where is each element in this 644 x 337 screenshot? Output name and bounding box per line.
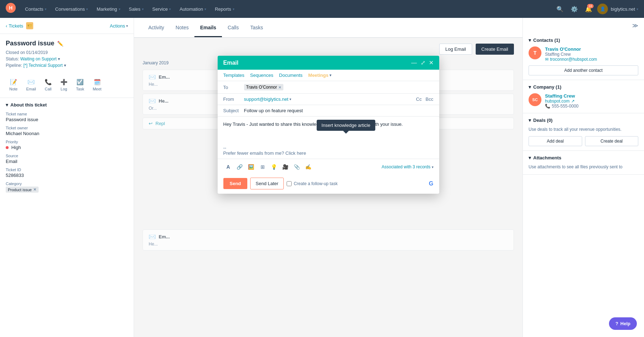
modal-minimize-icon[interactable]: — <box>411 60 417 66</box>
meetings-button[interactable]: Meetings ▾ <box>308 73 331 78</box>
field-value-category: Product issue ✕ <box>6 187 128 193</box>
tab-activity[interactable]: Activity <box>143 19 170 37</box>
notification-badge: 16 <box>587 4 594 8</box>
unsubscribe-link[interactable]: here <box>297 150 306 156</box>
image-icon[interactable]: 🖼️ <box>246 162 256 172</box>
nav-reports[interactable]: Reports ▾ <box>211 4 238 14</box>
add-deal-button[interactable]: Add deal <box>529 136 582 146</box>
contact-card: T Travis O'Connor Staffing Crew ✉ trocon… <box>529 46 638 62</box>
documents-link[interactable]: Documents <box>279 73 303 78</box>
from-email-selector[interactable]: support@biglytics.net ▾ <box>244 96 291 102</box>
meet-action[interactable]: 🗓️ Meet <box>89 76 105 93</box>
user-avatar[interactable]: 👤 <box>597 4 608 14</box>
followup-checkbox[interactable] <box>287 181 292 186</box>
contact-name[interactable]: Travis O'Connor <box>545 46 638 52</box>
top-navigation: H Contacts ▾ Conversations ▾ Marketing ▾… <box>0 0 644 18</box>
email-icon: ✉️ <box>28 79 35 85</box>
email-envelope-icon: ✉️ <box>149 74 156 80</box>
tab-calls[interactable]: Calls <box>222 19 244 37</box>
table-icon[interactable]: ⊞ <box>258 162 268 172</box>
company-section: ▾ Company (1) SC Staffing Crew hubspot.c… <box>523 80 644 113</box>
nav-automation[interactable]: Automation ▾ <box>176 4 210 14</box>
create-deal-button[interactable]: Create deal <box>585 136 639 146</box>
company-url[interactable]: hubspot.com ↗ <box>545 99 638 104</box>
company-name[interactable]: Staffing Crew <box>545 93 638 99</box>
nav-right-area: 🔍 ⚙️ 🔔 16 👤 biglytics.net ▾ <box>554 3 638 15</box>
associated-records-btn[interactable]: Associated with 3 records ▾ <box>382 164 434 169</box>
nav-conversations[interactable]: Conversations ▾ <box>51 4 91 14</box>
modal-bottom: A 🔗 🖼️ ⊞ 💡 🎥 📎 ✍️ Associated with 3 reco… <box>218 159 439 194</box>
contacts-section-title[interactable]: ▾ Contacts (1) <box>529 38 638 43</box>
templates-link[interactable]: Templates <box>223 73 244 78</box>
search-icon[interactable]: 🔍 <box>554 3 566 15</box>
link-icon[interactable]: 🔗 <box>235 162 245 172</box>
signature-icon[interactable]: ✍️ <box>303 162 313 172</box>
add-another-contact-button[interactable]: Add another contact <box>529 65 638 75</box>
ticket-status[interactable]: Waiting on Support <box>20 56 57 61</box>
note-action[interactable]: 📝 Note <box>6 76 21 93</box>
video-icon[interactable]: 🎥 <box>281 162 291 172</box>
to-recipient-chip[interactable]: Travis O'Connor ✕ <box>244 84 284 90</box>
remove-recipient-icon[interactable]: ✕ <box>278 85 281 89</box>
signature-dash: -- <box>223 145 434 150</box>
log-email-button[interactable]: Log Email <box>439 44 472 55</box>
log-icon: ➕ <box>60 79 68 85</box>
closed-date: Closed on 01/14/2019 <box>6 50 128 55</box>
from-field-row: From support@biglytics.net ▾ Cc Bcc <box>218 94 439 105</box>
tab-tasks[interactable]: Tasks <box>244 19 269 37</box>
ticket-pipeline-row: Pipeline: [*] Technical Support ▾ <box>6 63 128 68</box>
ticket-title: Password issue ✏️ <box>6 40 128 47</box>
signature-text: Prefer fewer emails from me? Click here <box>223 150 434 156</box>
to-field-row: To Travis O'Connor ✕ <box>218 81 439 94</box>
modal-close-icon[interactable]: ✕ <box>429 59 434 66</box>
notifications-icon[interactable]: 🔔 16 <box>583 3 594 15</box>
company-info: Staffing Crew hubspot.com ↗ 📞 555-555-00… <box>545 93 638 109</box>
send-button[interactable]: Send <box>223 178 248 189</box>
back-to-tickets[interactable]: ‹ Tickets <box>6 23 23 29</box>
reply-icon: ↩ <box>149 121 153 126</box>
log-action[interactable]: ➕ Log <box>57 76 71 93</box>
field-label-ticket-owner: Ticket owner <box>6 126 128 130</box>
settings-icon[interactable]: ⚙️ <box>569 3 580 15</box>
cc-bcc-toggle[interactable]: Cc Bcc <box>416 96 433 102</box>
attachment-icon[interactable]: 📎 <box>292 162 302 172</box>
create-email-button[interactable]: Create Email <box>476 44 514 55</box>
followup-label: Create a follow-up task <box>294 181 338 186</box>
quick-action-icons: 📝 Note ✉️ Email 📞 Call ➕ Log ☑️ Task 🗓️ <box>0 72 134 98</box>
edit-title-icon[interactable]: ✏️ <box>57 41 63 46</box>
right-sidebar-collapse[interactable]: ≫ <box>523 18 644 33</box>
actions-button[interactable]: Actions ▾ <box>110 23 128 29</box>
about-section-toggle[interactable]: ▾ About this ticket <box>6 102 128 108</box>
nav-marketing[interactable]: Marketing ▾ <box>93 4 124 14</box>
email-action[interactable]: ✉️ Email <box>23 76 40 93</box>
sequences-link[interactable]: Sequences <box>250 73 273 78</box>
attachments-section-title[interactable]: ▾ Attachments <box>529 155 638 160</box>
email-item-partial[interactable]: ✉️ Em... He... <box>143 229 514 251</box>
deals-section-title[interactable]: ▾ Deals (0) <box>529 118 638 123</box>
account-name[interactable]: biglytics.net ▾ <box>611 6 638 12</box>
followup-checkbox-row: Create a follow-up task <box>287 181 338 186</box>
tab-notes[interactable]: Notes <box>170 19 194 37</box>
company-section-title[interactable]: ▾ Company (1) <box>529 84 638 90</box>
task-action[interactable]: ☑️ Task <box>73 76 88 93</box>
nav-sales[interactable]: Sales ▾ <box>125 4 148 14</box>
meet-icon: 🗓️ <box>94 79 101 85</box>
email-signature: -- Prefer fewer emails from me? Click he… <box>218 145 439 159</box>
help-button[interactable]: ? Help <box>609 317 637 330</box>
modal-expand-icon[interactable]: ⤢ <box>421 59 425 66</box>
contacts-section: ▾ Contacts (1) T Travis O'Connor Staffin… <box>523 33 644 80</box>
deals-collapse-icon: ▾ <box>529 118 531 123</box>
tab-emails[interactable]: Emails <box>194 19 222 37</box>
to-label: To <box>223 85 241 90</box>
send-later-button[interactable]: Send Later <box>250 178 284 189</box>
ticket-pipeline[interactable]: [*] Technical Support <box>23 63 63 68</box>
contact-email[interactable]: ✉ troconnor@hubspot.com <box>545 57 638 62</box>
left-sidebar: ‹ Tickets 🎫 Actions ▾ Password issue ✏️ … <box>0 18 134 337</box>
nav-service[interactable]: Service ▾ <box>149 4 174 14</box>
knowledge-article-icon[interactable]: 💡 <box>269 162 279 172</box>
call-action[interactable]: 📞 Call <box>41 76 55 93</box>
subject-input[interactable] <box>244 108 434 113</box>
remove-category-tag[interactable]: ✕ <box>33 187 36 192</box>
bold-icon[interactable]: A <box>223 162 233 172</box>
nav-contacts[interactable]: Contacts ▾ <box>21 4 50 14</box>
